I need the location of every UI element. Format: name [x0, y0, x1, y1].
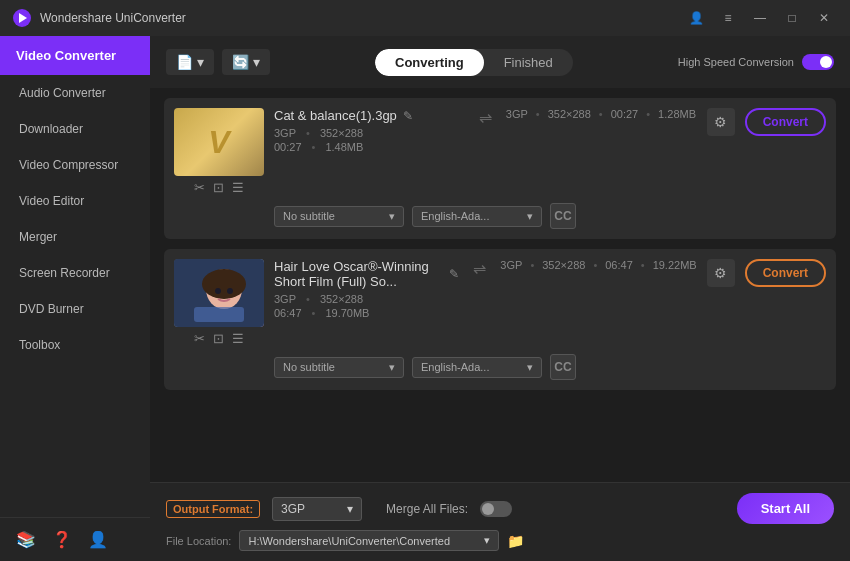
file-path-value: H:\Wondershare\UniConverter\Converted	[248, 535, 450, 547]
tab-group: Converting Finished	[375, 49, 573, 76]
minimize-button[interactable]: —	[746, 8, 774, 28]
start-all-button[interactable]: Start All	[737, 493, 834, 524]
svg-point-6	[227, 288, 233, 294]
resolution-in-1: 352×288	[320, 127, 363, 139]
thumb-v-icon: V	[208, 124, 229, 161]
file-list: V ✂ ⊡ ☰ Cat & balance(1).3gp ✎	[150, 88, 850, 482]
merge-toggle[interactable]	[480, 501, 512, 517]
high-speed-toggle[interactable]	[802, 54, 834, 70]
thumb-tools-1: ✂ ⊡ ☰	[194, 180, 244, 195]
add-file-icon: 📄	[176, 54, 193, 70]
edit-name-icon-2[interactable]: ✎	[449, 267, 459, 281]
settings-btn-1[interactable]: ⚙	[707, 108, 735, 136]
close-button[interactable]: ✕	[810, 8, 838, 28]
content-area: 📄 ▾ 🔄 ▾ Converting Finished High Speed C…	[150, 36, 850, 561]
svg-rect-7	[194, 307, 244, 322]
file-meta-2b: 06:47 • 19.70MB	[274, 307, 459, 319]
add-file-chevron: ▾	[197, 54, 204, 70]
file-card-1-top: V ✂ ⊡ ☰ Cat & balance(1).3gp ✎	[174, 108, 826, 195]
resolution-out-1: 352×288	[548, 108, 591, 120]
title-bar-left: Wondershare UniConverter	[12, 8, 186, 28]
app-title: Wondershare UniConverter	[40, 11, 186, 25]
duration-in-2: 06:47	[274, 307, 302, 319]
add-file-button[interactable]: 📄 ▾	[166, 49, 214, 75]
menu-button[interactable]: ≡	[714, 8, 742, 28]
title-bar-controls: 👤 ≡ — □ ✕	[682, 8, 838, 28]
output-meta-2a: 3GP • 352×288 • 06:47 • 19.22MB	[500, 259, 696, 271]
tab-converting[interactable]: Converting	[375, 49, 484, 76]
user-icon[interactable]: 👤	[88, 530, 108, 549]
audio-select-1[interactable]: English-Ada... ▾	[412, 206, 542, 227]
account-button[interactable]: 👤	[682, 8, 710, 28]
merge-label: Merge All Files:	[386, 502, 468, 516]
list-icon[interactable]: ☰	[232, 180, 244, 195]
sidebar-item-audio-converter[interactable]: Audio Converter	[0, 75, 150, 111]
duration-out-2: 06:47	[605, 259, 633, 271]
bottom-bar: Output Format: 3GP ▾ Merge All Files: St…	[150, 482, 850, 561]
edit-name-icon-1[interactable]: ✎	[403, 109, 413, 123]
file-name-row-2: Hair Love Oscar®-Winning Short Film (Ful…	[274, 259, 459, 289]
cut-icon-2[interactable]: ✂	[194, 331, 205, 346]
file-path-chevron: ▾	[484, 534, 490, 547]
sidebar-item-toolbox[interactable]: Toolbox	[0, 327, 150, 363]
crop-icon[interactable]: ⊡	[213, 180, 224, 195]
caption-btn-2[interactable]: CC	[550, 354, 576, 380]
subtitle-select-1[interactable]: No subtitle ▾	[274, 206, 404, 227]
browse-folder-button[interactable]: 📁	[507, 533, 524, 549]
settings-btn-2[interactable]: ⚙	[707, 259, 735, 287]
crop-icon-2[interactable]: ⊡	[213, 331, 224, 346]
sidebar: Video Converter Audio Converter Download…	[0, 36, 150, 561]
sidebar-item-merger[interactable]: Merger	[0, 219, 150, 255]
caption-btn-1[interactable]: CC	[550, 203, 576, 229]
format-chevron: ▾	[347, 502, 353, 516]
top-bar-right: High Speed Conversion	[678, 54, 834, 70]
sidebar-item-dvd-burner[interactable]: DVD Burner	[0, 291, 150, 327]
duration-out-1: 00:27	[611, 108, 639, 120]
top-bar-left: 📄 ▾ 🔄 ▾	[166, 49, 270, 75]
sidebar-item-video-compressor[interactable]: Video Compressor	[0, 147, 150, 183]
audio-select-2[interactable]: English-Ada... ▾	[412, 357, 542, 378]
size-in-2: 19.70MB	[325, 307, 369, 319]
output-info-1: 3GP • 352×288 • 00:27 • 1.28MB	[506, 108, 697, 120]
help-book-icon[interactable]: 📚	[16, 530, 36, 549]
size-in-1: 1.48MB	[325, 141, 363, 153]
add-format-button[interactable]: 🔄 ▾	[222, 49, 270, 75]
format-out-1: 3GP	[506, 108, 528, 120]
file-path-select[interactable]: H:\Wondershare\UniConverter\Converted ▾	[239, 530, 499, 551]
format-icon: 🔄	[232, 54, 249, 70]
file-name-1: Cat & balance(1).3gp	[274, 108, 397, 123]
main-layout: Video Converter Audio Converter Download…	[0, 36, 850, 561]
format-in-2: 3GP	[274, 293, 296, 305]
file-info-2: Hair Love Oscar®-Winning Short Film (Ful…	[274, 259, 459, 321]
help-question-icon[interactable]: ❓	[52, 530, 72, 549]
high-speed-label: High Speed Conversion	[678, 56, 794, 68]
tab-finished[interactable]: Finished	[484, 49, 573, 76]
subtitle-chevron-1: ▾	[389, 210, 395, 223]
maximize-button[interactable]: □	[778, 8, 806, 28]
thumb-tools-2: ✂ ⊡ ☰	[194, 331, 244, 346]
file-meta-2a: 3GP • 352×288	[274, 293, 459, 305]
subtitle-row-2: No subtitle ▾ English-Ada... ▾ CC	[174, 354, 826, 380]
convert-btn-2[interactable]: Convert	[745, 259, 826, 287]
sidebar-item-screen-recorder[interactable]: Screen Recorder	[0, 255, 150, 291]
sidebar-item-downloader[interactable]: Downloader	[0, 111, 150, 147]
sidebar-item-video-converter[interactable]: Video Converter	[0, 36, 150, 75]
output-meta-1a: 3GP • 352×288 • 00:27 • 1.28MB	[506, 108, 696, 120]
file-location-label: File Location:	[166, 535, 231, 547]
file-meta-1b: 00:27 • 1.48MB	[274, 141, 465, 153]
format-select[interactable]: 3GP ▾	[272, 497, 362, 521]
audio-chevron-2: ▾	[527, 361, 533, 374]
sidebar-bottom: 📚 ❓ 👤	[0, 517, 150, 561]
file-meta-1: 3GP • 352×288	[274, 127, 465, 139]
cut-icon[interactable]: ✂	[194, 180, 205, 195]
resolution-in-2: 352×288	[320, 293, 363, 305]
thumbnail-2	[174, 259, 264, 327]
svg-point-4	[202, 269, 246, 299]
sidebar-item-video-editor[interactable]: Video Editor	[0, 183, 150, 219]
convert-btn-1[interactable]: Convert	[745, 108, 826, 136]
subtitle-row-1: No subtitle ▾ English-Ada... ▾ CC	[174, 203, 826, 229]
subtitle-select-2[interactable]: No subtitle ▾	[274, 357, 404, 378]
bottom-bar-row1: Output Format: 3GP ▾ Merge All Files: St…	[166, 493, 834, 524]
format-value: 3GP	[281, 502, 305, 516]
list-icon-2[interactable]: ☰	[232, 331, 244, 346]
